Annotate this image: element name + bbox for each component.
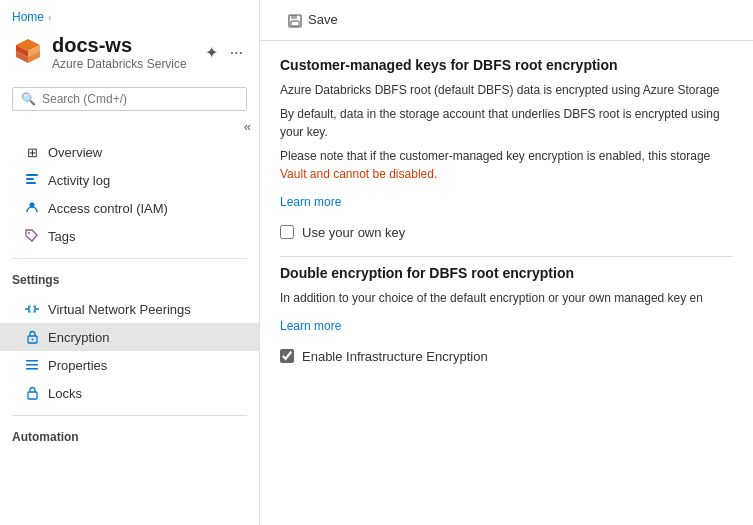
iam-icon [24, 200, 40, 216]
sidebar-item-encryption-label: Encryption [48, 330, 109, 345]
locks-icon [24, 385, 40, 401]
main-content: Save Customer-managed keys for DBFS root… [260, 0, 753, 525]
sidebar-item-encryption[interactable]: Encryption [0, 323, 259, 351]
breadcrumb-sep: › [48, 12, 51, 23]
databricks-icon [12, 37, 44, 69]
collapse-button[interactable]: « [244, 119, 251, 134]
sidebar-item-overview-label: Overview [48, 145, 102, 160]
search-input[interactable] [42, 92, 238, 106]
save-icon [288, 12, 304, 28]
sidebar-header: Home › docs-ws Azure Databricks Service [0, 0, 259, 79]
sidebar-item-locks-label: Locks [48, 386, 82, 401]
section-separator [280, 256, 733, 257]
sidebar-item-activity-log-label: Activity log [48, 173, 110, 188]
search-icon: 🔍 [21, 92, 36, 106]
section2-learn-more[interactable]: Learn more [280, 319, 341, 333]
svg-rect-23 [291, 21, 299, 26]
svg-rect-14 [33, 310, 36, 313]
svg-rect-13 [28, 310, 31, 313]
section2-desc1-text: In addition to your choice of the defaul… [280, 291, 703, 305]
more-button[interactable]: ··· [226, 42, 247, 64]
svg-rect-17 [26, 360, 38, 362]
enable-infra-encrypt-label[interactable]: Enable Infrastructure Encryption [302, 349, 488, 364]
svg-rect-20 [28, 392, 37, 399]
section2-title: Double encryption for DBFS root encrypti… [280, 265, 733, 281]
section-customer-managed: Customer-managed keys for DBFS root encr… [280, 57, 733, 240]
sidebar-item-iam[interactable]: Access control (IAM) [0, 194, 259, 222]
settings-section-label: Settings [0, 263, 259, 291]
section1-desc3: Please note that if the customer-managed… [280, 147, 733, 183]
section1-desc3-orange: Vault and cannot be disabled. [280, 167, 437, 181]
section1-title: Customer-managed keys for DBFS root encr… [280, 57, 733, 73]
section1-desc2: By default, data in the storage account … [280, 105, 733, 141]
section1-checkbox-row: Use your own key [280, 225, 733, 240]
automation-section-label: Automation [0, 420, 259, 448]
section-double-encryption: Double encryption for DBFS root encrypti… [280, 265, 733, 364]
sidebar-item-properties-label: Properties [48, 358, 107, 373]
section1-desc3-normal: Please note that if the customer-managed… [280, 149, 710, 163]
tags-icon [24, 228, 40, 244]
collapse-icon: « [244, 119, 251, 134]
breadcrumb-home[interactable]: Home [12, 10, 44, 24]
nav-section-main: ⊞ Overview Activity log Access control (… [0, 134, 259, 254]
svg-rect-11 [28, 305, 31, 308]
sidebar-item-iam-label: Access control (IAM) [48, 201, 168, 216]
resource-name: docs-ws [52, 34, 187, 57]
toolbar: Save [260, 0, 753, 41]
sidebar-item-tags-label: Tags [48, 229, 75, 244]
sidebar-item-vnet[interactable]: Virtual Network Peerings [0, 295, 259, 323]
activity-log-icon [24, 172, 40, 188]
section1-desc1-text: Azure Databricks DBFS root (default DBFS… [280, 83, 720, 97]
svg-rect-6 [26, 174, 38, 176]
resource-actions: ✦ ··· [201, 41, 247, 64]
sidebar: Home › docs-ws Azure Databricks Service [0, 0, 260, 525]
section2-desc1: In addition to your choice of the defaul… [280, 289, 733, 307]
enable-infra-encrypt-checkbox[interactable] [280, 349, 294, 363]
section2-checkbox-row: Enable Infrastructure Encryption [280, 349, 733, 364]
sidebar-item-tags[interactable]: Tags [0, 222, 259, 250]
ellipsis-icon: ··· [230, 44, 243, 61]
svg-rect-19 [26, 368, 38, 370]
resource-info: docs-ws Azure Databricks Service [52, 34, 187, 71]
pin-button[interactable]: ✦ [201, 41, 222, 64]
svg-rect-22 [291, 15, 297, 19]
resource-subtitle: Azure Databricks Service [52, 57, 187, 71]
use-own-key-checkbox[interactable] [280, 225, 294, 239]
save-button[interactable]: Save [280, 8, 346, 32]
sidebar-item-vnet-label: Virtual Network Peerings [48, 302, 191, 317]
properties-icon [24, 357, 40, 373]
vnet-icon [24, 301, 40, 317]
svg-rect-18 [26, 364, 38, 366]
svg-point-10 [28, 232, 30, 234]
svg-point-16 [31, 339, 33, 341]
sidebar-item-overview[interactable]: ⊞ Overview [0, 138, 259, 166]
nav-section-settings: Virtual Network Peerings Encryption Prop… [0, 291, 259, 411]
section1-desc2-text: By default, data in the storage account … [280, 107, 720, 139]
content-area: Customer-managed keys for DBFS root encr… [260, 41, 753, 525]
svg-rect-8 [26, 182, 36, 184]
sidebar-item-locks[interactable]: Locks [0, 379, 259, 407]
divider-2 [12, 415, 247, 416]
save-label: Save [308, 12, 338, 27]
use-own-key-label[interactable]: Use your own key [302, 225, 405, 240]
svg-rect-12 [33, 305, 36, 308]
encryption-icon [24, 329, 40, 345]
sidebar-item-properties[interactable]: Properties [0, 351, 259, 379]
overview-icon: ⊞ [24, 144, 40, 160]
pin-icon: ✦ [205, 44, 218, 61]
divider-1 [12, 258, 247, 259]
section1-desc1: Azure Databricks DBFS root (default DBFS… [280, 81, 733, 99]
search-box[interactable]: 🔍 [12, 87, 247, 111]
sidebar-item-activity-log[interactable]: Activity log [0, 166, 259, 194]
breadcrumb: Home › [12, 10, 247, 24]
svg-rect-7 [26, 178, 34, 180]
section1-learn-more[interactable]: Learn more [280, 195, 341, 209]
resource-row: docs-ws Azure Databricks Service ✦ ··· [12, 34, 247, 71]
